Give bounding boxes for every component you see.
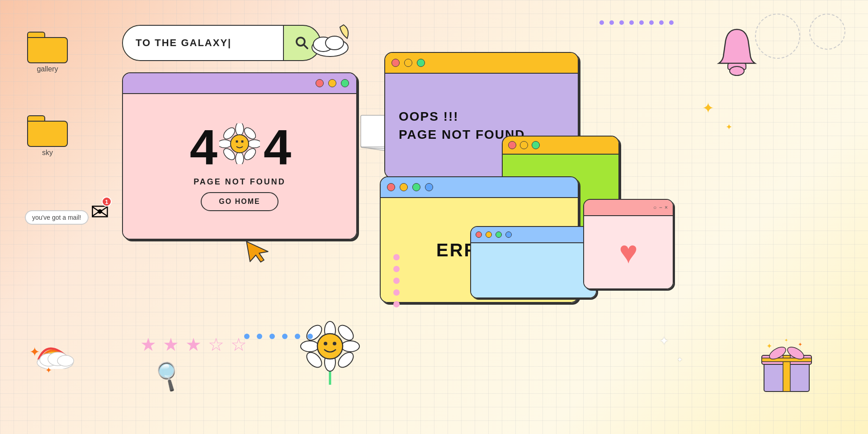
error-dot-blue xyxy=(425,183,433,191)
heart-icon: ♥ xyxy=(619,234,638,270)
svg-point-27 xyxy=(57,355,74,366)
four-right: 4 xyxy=(264,122,289,172)
folder-sky[interactable]: sky xyxy=(27,115,68,157)
svg-point-37 xyxy=(317,334,343,359)
folder-gallery-icon xyxy=(27,32,68,63)
sparkle-orange-1: ✦ xyxy=(29,344,40,359)
svg-rect-43 xyxy=(762,358,811,362)
svg-text:✦: ✦ xyxy=(766,342,772,350)
window-blue-header xyxy=(471,227,596,243)
gift-box: ✦ ✦ ✦ xyxy=(760,337,814,398)
bell-icon xyxy=(714,25,760,81)
svg-marker-20 xyxy=(246,238,269,264)
window-404-body: 4 xyxy=(123,94,356,239)
star-1: ★ xyxy=(140,334,156,355)
search-input-area[interactable]: TO THE GALAXY| xyxy=(123,26,284,60)
window-dot-yellow xyxy=(328,79,336,87)
error-dot-green xyxy=(412,183,420,191)
window-404: 4 xyxy=(122,72,357,240)
win-controls: ○ − × xyxy=(653,204,668,211)
dashed-circle-decoration xyxy=(755,14,800,59)
svg-point-7 xyxy=(236,123,244,136)
mail-badge: you've got a mail! xyxy=(25,210,89,225)
sparkle-white-2: ✦ xyxy=(677,355,683,364)
search-bar[interactable]: TO THE GALAXY| xyxy=(122,25,321,61)
star-4: ☆ xyxy=(208,334,224,355)
folder-body xyxy=(27,37,68,63)
folder-sky-label: sky xyxy=(42,149,53,157)
folder-sky-icon xyxy=(27,115,68,147)
svg-point-6 xyxy=(730,66,744,75)
error-dot-yellow xyxy=(400,183,408,191)
window-heart-body: ♥ xyxy=(584,216,673,288)
moon-cloud-decoration xyxy=(307,18,362,61)
window-error-header xyxy=(381,177,578,198)
window-404-header xyxy=(123,73,356,94)
svg-line-1 xyxy=(304,45,307,48)
svg-point-38 xyxy=(324,342,327,345)
oops-line1: OOPS !!! xyxy=(399,109,459,124)
warn-dot-yellow xyxy=(520,141,528,149)
svg-point-39 xyxy=(333,342,336,345)
window-blue-bottom xyxy=(470,226,597,298)
daisy-middle xyxy=(219,123,260,170)
window-blue-body xyxy=(471,243,596,297)
mail-notification: you've got a mail! ✉ 1 xyxy=(25,199,109,228)
oops-dot-green xyxy=(417,59,425,67)
star-rating: ★ ★ ★ ☆ ☆ xyxy=(140,334,247,355)
notification-badge: 1 xyxy=(102,197,112,207)
svg-point-9 xyxy=(219,140,231,148)
go-home-button[interactable]: GO HOME xyxy=(201,192,278,211)
cursor-arrow xyxy=(244,236,274,270)
window-dot-red xyxy=(316,79,324,87)
svg-point-31 xyxy=(301,341,319,352)
daisy-bottom xyxy=(298,319,362,389)
blue-dot-green xyxy=(495,231,502,238)
window-warning-header xyxy=(503,137,618,155)
error-dot-red xyxy=(387,183,395,191)
svg-text:✦: ✦ xyxy=(798,341,802,348)
svg-point-8 xyxy=(236,152,244,164)
folder-body-2 xyxy=(27,121,68,147)
svg-text:✦: ✦ xyxy=(784,338,788,343)
svg-point-10 xyxy=(248,140,260,148)
star-2: ★ xyxy=(163,334,179,355)
warn-dot-red xyxy=(508,141,516,149)
error-404-display: 4 xyxy=(190,122,289,172)
folder-gallery-label: gallery xyxy=(37,65,58,73)
oops-dot-yellow xyxy=(404,59,412,67)
oops-dot-red xyxy=(392,59,400,67)
warn-dot-green xyxy=(532,141,540,149)
svg-point-4 xyxy=(326,36,344,50)
svg-rect-23 xyxy=(361,115,386,147)
window-heart-header: ○ − × xyxy=(584,200,673,216)
folder-gallery[interactable]: gallery xyxy=(27,32,68,73)
sparkle-yellow-1: ✦ xyxy=(702,99,714,117)
window-heart: ○ − × ♥ xyxy=(583,199,674,289)
window-dot-green xyxy=(341,79,349,87)
svg-point-15 xyxy=(231,135,249,153)
pink-dots-col xyxy=(393,254,400,307)
blue-dot-blue xyxy=(505,231,512,238)
dashed-circle-small xyxy=(809,14,845,50)
page-not-found-text: PAGE NOT FOUND xyxy=(193,177,286,187)
magnifier-icon: 🔍 xyxy=(149,357,187,394)
sparkle-orange-2: ✦ xyxy=(45,365,52,375)
blue-dots-row xyxy=(244,334,313,339)
window-oops-header xyxy=(385,53,578,74)
sparkle-white-1: ✦ xyxy=(659,334,669,348)
search-text: TO THE GALAXY| xyxy=(136,37,231,49)
sparkle-yellow-2: ✦ xyxy=(726,122,732,132)
star-3: ★ xyxy=(185,334,202,355)
blue-dot-red xyxy=(476,231,482,238)
svg-point-32 xyxy=(341,341,359,352)
mail-envelope: ✉ 1 xyxy=(90,199,109,225)
four-left: 4 xyxy=(190,122,216,172)
dots-decoration-top xyxy=(599,20,674,25)
blue-dot-yellow xyxy=(486,231,492,238)
